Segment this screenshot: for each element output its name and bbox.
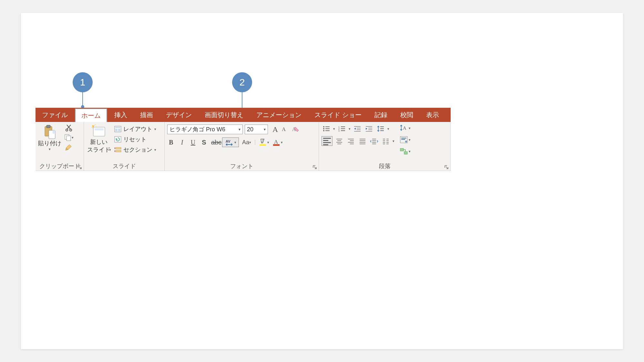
svg-rect-7 [66,136,71,141]
svg-rect-82 [404,152,407,154]
justify-button[interactable] [358,137,367,145]
tab-animations[interactable]: アニメーション [250,108,308,122]
clear-formatting-button[interactable]: A [291,126,299,133]
svg-line-11 [91,127,92,128]
reset-button[interactable]: リセット [114,136,156,143]
svg-line-10 [93,125,96,126]
chevron-down-icon: ▾ [109,148,111,152]
smartart-button[interactable]: ▾ [399,147,411,156]
new-slide-button[interactable]: 新しい スライド ▾ [87,125,111,152]
text-direction-button[interactable]: A▾ [399,124,411,132]
tab-slideshow[interactable]: スライド ショー [308,108,368,122]
svg-text:3: 3 [338,130,340,132]
line-spacing-button[interactable] [376,125,385,133]
group-paragraph: ▾ 123▾ ▾ ▾ [319,122,451,171]
distribute-button[interactable] [369,137,379,145]
tab-record[interactable]: 記録 [368,108,394,122]
chevron-down-icon[interactable]: ▾ [349,127,351,131]
paste-button[interactable]: 貼り付け ▾ [38,125,61,151]
svg-rect-20 [115,150,115,152]
numbering-button[interactable]: 123 [337,125,347,133]
grow-font-button[interactable]: A [271,125,279,134]
dialog-launcher-font[interactable] [312,165,317,170]
group-label-clipboard: クリップボード [39,163,80,169]
italic-button[interactable]: I [178,139,186,146]
tab-draw[interactable]: 描画 [134,108,159,122]
ribbon-body: 貼り付け ▾ ▾ [36,122,451,171]
character-spacing-button[interactable]: AV ▾ [222,137,239,147]
shadow-button[interactable]: S [200,139,208,146]
reset-label: リセット [123,136,147,143]
svg-point-5 [70,129,72,131]
svg-rect-3 [53,130,55,134]
bullets-button[interactable] [322,125,331,133]
new-slide-label: 新しい スライド [87,138,110,154]
reset-icon [114,136,121,143]
increase-indent-button[interactable] [364,125,374,133]
tab-file[interactable]: ファイル [36,108,74,122]
group-clipboard: 貼り付け ▾ ▾ [36,122,84,171]
font-size-combo[interactable]: 20 ▾ [245,125,268,134]
font-color-icon: A [272,138,281,146]
callout-number: 1 [80,77,86,88]
chevron-down-icon: ▾ [264,127,266,132]
svg-rect-17 [116,147,121,149]
chevron-down-icon: ▾ [49,147,51,151]
group-label-paragraph: 段落 [379,163,391,169]
bold-button[interactable]: B [167,139,175,146]
callout-badge-2: 2 [232,72,252,92]
tab-home[interactable]: ホーム [75,108,107,122]
chevron-down-icon: ▾ [409,138,411,142]
svg-rect-23 [260,144,266,146]
tab-insert[interactable]: 挿入 [108,108,134,122]
tab-developer[interactable]: 開発 [445,108,471,122]
strikethrough-button[interactable]: abc [211,139,219,146]
svg-text:AV: AV [226,139,230,143]
dialog-launcher-clipboard[interactable] [77,165,82,170]
chevron-down-icon: ▾ [154,127,156,131]
chevron-down-icon[interactable]: ▾ [333,127,335,131]
columns-button[interactable] [381,137,391,145]
highlight-color-button[interactable]: ▾ [259,138,269,146]
svg-point-28 [323,130,324,131]
chevron-down-icon: ▾ [281,140,283,145]
section-button[interactable]: セクション ▾ [114,146,156,154]
group-label-font: フォント [230,163,253,169]
group-slides: 新しい スライド ▾ レイアウト ▾ リセット [84,122,165,171]
svg-text:A: A [274,139,278,145]
font-name-value: ヒラギノ角ゴ Pro W6 [169,126,225,133]
align-text-button[interactable]: ▾ [399,136,411,144]
change-case-button[interactable]: Aa ▾ [242,139,251,146]
font-color-button[interactable]: A ▾ [272,138,283,146]
new-slide-icon [91,125,106,138]
tab-transitions[interactable]: 画面切り替え [198,108,250,122]
font-name-combo[interactable]: ヒラギノ角ゴ Pro W6 ▾ [167,125,243,134]
highlight-icon [259,138,267,146]
underline-button[interactable]: U [189,139,197,146]
section-label: セクション [123,146,152,154]
align-center-button[interactable] [334,137,344,145]
chevron-down-icon[interactable]: ▾ [393,139,394,143]
smartart-icon [399,147,409,156]
chevron-down-icon: ▾ [267,140,269,145]
cut-button[interactable] [64,124,74,132]
tab-view[interactable]: 表示 [420,108,445,122]
chevron-down-icon: ▾ [249,140,251,145]
decrease-indent-button[interactable] [353,125,362,133]
tab-review[interactable]: 校閲 [394,108,420,122]
align-left-button[interactable] [322,136,332,146]
align-right-button[interactable] [346,137,356,145]
chevron-down-icon[interactable]: ▾ [387,127,389,131]
svg-rect-18 [116,150,121,152]
character-spacing-icon: AV [225,139,234,146]
dialog-launcher-paragraph[interactable] [444,165,449,170]
shrink-font-button[interactable]: A [281,126,287,132]
svg-rect-81 [400,148,404,151]
copy-button[interactable]: ▾ [64,134,74,141]
chevron-down-icon: ▾ [239,127,240,132]
format-painter-button[interactable] [64,143,74,151]
svg-rect-16 [115,136,121,142]
layout-button[interactable]: レイアウト ▾ [114,125,156,133]
chevron-down-icon: ▾ [154,148,156,152]
tab-design[interactable]: デザイン [159,108,198,122]
